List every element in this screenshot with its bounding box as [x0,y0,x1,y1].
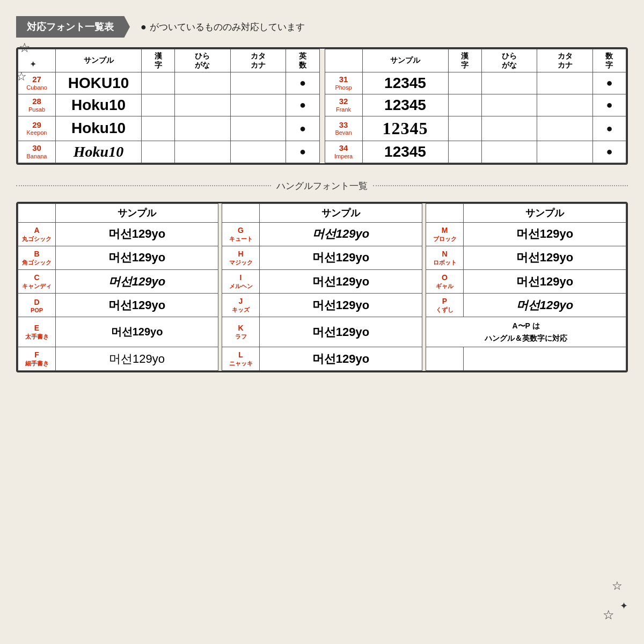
font-hira-cell-r [481,141,537,163]
hangul-spacer2 [422,222,426,246]
font-table: サンプル 漢字 ひらがな カタカナ 英数 サンプル 漢字 ひらがな カタカナ 数… [18,49,626,163]
font-table-wrapper: サンプル 漢字 ひらがな カタカナ 英数 サンプル 漢字 ひらがな カタカナ 数… [16,47,628,165]
hangul-id-cell-l: F 細手書き [18,347,56,371]
hangul-sample-cell-l: 머선129yo [56,317,218,347]
sparkle-deco-1: ✦ [30,59,36,69]
font-eisu-cell: ● [286,72,319,94]
hangul-table-row: D POP 머선129yo J キッズ 머선129yo P くずし 머선129y… [18,294,626,317]
font-sample-cell: HOKU10 [56,72,142,94]
table-row: 30 Banana Hoku10 ● 34 Impera 12345 ● [18,141,626,163]
hangul-spacer1 [218,317,222,347]
hangul-id-cell-r: O ギャル [426,269,464,293]
hangul-table-row: F 細手書き 머선129yo L ニャッキ 머선129yo [18,347,626,371]
font-hira-cell [175,141,231,163]
th-eisu-left: 英数 [286,49,319,72]
font-sample-cell-r: 12345 [362,116,448,141]
star-deco-bottom2: ☆ [603,608,614,623]
font-hira-cell [175,116,231,141]
hangul-sample-cell-r: 머선129yo [464,222,626,246]
th-suji-right: 数字 [592,49,626,72]
font-id-cell: 30 Banana [18,141,56,163]
hth-empty3 [426,203,464,222]
star-deco-1: ☆ [19,40,31,55]
hangul-table-row: B 角ゴシック 머선129yo H マジック 머선129yo N ロボット 머선… [18,246,626,269]
sparkle-deco-bottom: ✦ [620,600,628,612]
hangul-sample-cell-r: 머선129yo [464,269,626,293]
hangul-sample-cell-m: 머선129yo [260,222,422,246]
font-kanji-cell-r [448,141,481,163]
font-kanji-cell-r [448,116,481,141]
th-hira-left: ひらがな [175,49,231,72]
hangul-table-row: E 太手書き 머선129yo K ラフ 머선129yo A〜P はハングル＆英数… [18,317,626,347]
font-kanji-cell-r [448,72,481,94]
font-sample-cell: Hoku10 [56,141,142,163]
font-kata-cell [230,116,286,141]
hangul-sample-cell-m: 머선129yo [260,347,422,371]
hangul-spacer2 [422,347,426,371]
th-kanji-left: 漢字 [142,49,175,72]
th-kata-right: カタカナ [537,49,593,72]
hangul-spacer1 [218,294,222,317]
font-kata-cell-r [537,141,593,163]
hangul-id-cell-m: J キッズ [222,294,260,317]
hangul-table-wrapper: サンプル サンプル サンプル A 丸ゴシック 머선129yo G キュート 머선… [16,202,628,373]
hangul-sample-cell-m: 머선129yo [260,269,422,293]
hangul-id-cell-r: N ロボット [426,246,464,269]
hth-empty1 [18,203,56,222]
dots-right [373,185,628,186]
font-kata-cell-r [537,72,593,94]
hangul-id-cell-m: K ラフ [222,317,260,347]
table-row: 28 Pusab Hoku10 ● 32 Frank 12345 ● [18,94,626,116]
font-id-cell: 29 Keepon [18,116,56,141]
font-eisu-cell: ● [286,141,319,163]
th-sample-right: サンプル [362,49,448,72]
dots-left [16,185,271,186]
spacer-cell [319,141,325,163]
header-section: 対応フォント一覧表 ● がついているもののみ対応しています [16,16,628,38]
hangul-divider: ハングルフォント一覧 [16,180,628,192]
hangul-id-cell-m: I メルヘン [222,269,260,293]
hth-sample3: サンプル [464,203,626,222]
hangul-sample-cell-l: 머선129yo [56,269,218,293]
hangul-sample-cell-m: 머선129yo [260,246,422,269]
hangul-id-cell-l: D POP [18,294,56,317]
font-hira-cell [175,94,231,116]
font-kanji-cell [142,72,175,94]
hangul-spacer2 [422,246,426,269]
font-hira-cell [175,72,231,94]
font-kanji-cell [142,116,175,141]
font-kata-cell [230,94,286,116]
hangul-id-cell-r: M ブロック [426,222,464,246]
header-title: 対応フォント一覧表 [16,16,130,38]
font-sample-cell-r: 12345 [362,94,448,116]
font-kanji-cell-r [448,94,481,116]
font-id-cell: 28 Pusab [18,94,56,116]
hangul-id-cell-l: E 太手書き [18,317,56,347]
font-hira-cell-r [481,72,537,94]
hth-empty2 [222,203,260,222]
hangul-table: サンプル サンプル サンプル A 丸ゴシック 머선129yo G キュート 머선… [18,203,626,371]
font-sample-cell-r: 12345 [362,72,448,94]
hangul-id-cell-m: L ニャッキ [222,347,260,371]
spacer-cell [319,116,325,141]
th-sample-left: サンプル [56,49,142,72]
font-kata-cell [230,141,286,163]
header-bullet: ● [141,21,147,33]
font-sample-cell-r: 12345 [362,141,448,163]
font-id-cell-r: 32 Frank [325,94,362,116]
hangul-table-row: A 丸ゴシック 머선129yo G キュート 머선129yo M ブロック 머선… [18,222,626,246]
hangul-spacer1 [218,269,222,293]
hangul-right-empty2 [464,347,626,371]
th-spacer [319,49,325,72]
hangul-spacer1 [218,347,222,371]
hangul-id-cell-m: H マジック [222,246,260,269]
font-id-cell-r: 31 Phosp [325,72,362,94]
font-sample-cell: Hoku10 [56,116,142,141]
hangul-id-cell-l: B 角ゴシック [18,246,56,269]
font-kanji-cell [142,94,175,116]
font-kata-cell-r [537,116,593,141]
spacer-cell [319,72,325,94]
font-suji-cell-r: ● [592,72,626,94]
th-hira-right: ひらがな [481,49,537,72]
font-kata-cell-r [537,94,593,116]
